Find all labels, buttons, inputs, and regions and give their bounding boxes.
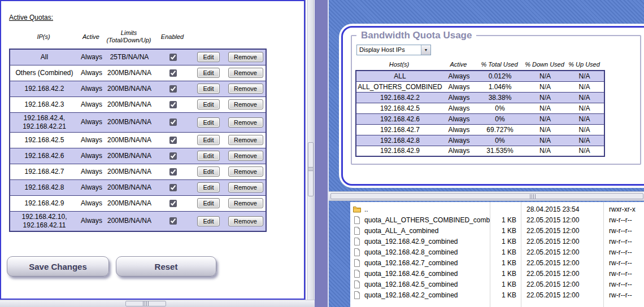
usage-down: N/A [525, 71, 565, 81]
file-size: 1 KB [490, 248, 521, 256]
remove-button[interactable]: Remove [228, 99, 263, 109]
enabled-checkbox[interactable] [169, 217, 177, 225]
file-permissions: rwxr-xr-x [603, 205, 644, 213]
edit-button[interactable]: Edit [197, 151, 220, 161]
file-row[interactable]: quota_192.168.42.6_combined 1 KB 22.05.2… [350, 268, 644, 279]
quota-ips: 192.168.42.8 [10, 179, 79, 195]
file-name: quota_192.168.42.7_combined [364, 259, 490, 267]
quota-row: Others (Combined) Always 200MB/NA/NA Edi… [10, 65, 266, 81]
quota-active: Always [79, 49, 105, 65]
quota-active: Always [79, 164, 105, 179]
remove-button[interactable]: Remove [228, 166, 263, 177]
usage-active: Always [443, 124, 475, 135]
enabled-checkbox[interactable] [169, 152, 177, 160]
usage-active: Always [443, 81, 475, 92]
edit-button[interactable]: Edit [197, 135, 220, 145]
edit-button[interactable]: Edit [197, 182, 220, 192]
quota-enabled-cell [154, 112, 192, 132]
usage-row: 192.168.42.5 Always 0% N/A N/A [356, 103, 604, 113]
enabled-checkbox[interactable] [169, 69, 177, 77]
quota-active: Always [79, 97, 105, 112]
enabled-checkbox[interactable] [169, 101, 177, 108]
enabled-checkbox[interactable] [169, 54, 177, 61]
enabled-checkbox[interactable] [169, 200, 177, 207]
edit-button[interactable]: Edit [197, 198, 220, 208]
usage-down: N/A [525, 113, 565, 124]
file-date: 22.05.2015 12:00 [521, 270, 603, 278]
usage-row: 192.168.42.9 Always 31.535% N/A N/A [356, 146, 604, 156]
quota-enabled-cell [154, 65, 192, 81]
active-quotas-column-headers: IP(s) Active Limits(Total/Down/Up) Enabl… [9, 27, 191, 46]
remove-button[interactable]: Remove [228, 151, 263, 161]
usage-row: ALL_OTHERS_COMBINED Always 1.046% N/A N/… [356, 81, 604, 92]
remove-button[interactable]: Remove [228, 68, 263, 78]
remove-button[interactable]: Remove [228, 216, 263, 226]
usage-row: 192.168.42.8 Always 0% N/A N/A [356, 135, 604, 146]
col-header-active: Active [78, 33, 104, 41]
remove-button[interactable]: Remove [228, 117, 263, 128]
enabled-checkbox[interactable] [169, 85, 177, 93]
file-name: quota_192.168.42.5_combined [364, 280, 490, 288]
usage-active: Always [443, 71, 475, 81]
quota-row: 192.168.42.6 Always 200MB/NA/NA Edit Rem… [10, 148, 266, 164]
grip-icon [308, 167, 313, 172]
display-host-ips-dropdown[interactable]: Display Host IPs ▼ [356, 45, 431, 55]
quota-enabled-cell [154, 97, 192, 112]
edit-button[interactable]: Edit [197, 52, 220, 62]
edit-button[interactable]: Edit [197, 99, 220, 109]
right-horizontal-scrollbar[interactable] [329, 191, 644, 201]
edit-button[interactable]: Edit [197, 117, 220, 128]
enabled-checkbox[interactable] [169, 184, 177, 191]
quota-edit-cell: Edit [192, 65, 225, 81]
enabled-checkbox[interactable] [169, 119, 177, 126]
reset-button[interactable]: Reset [116, 256, 216, 277]
usage-active: Always [443, 135, 475, 146]
edit-button[interactable]: Edit [197, 166, 220, 177]
scrollbar-handle[interactable] [125, 301, 166, 306]
file-icon [353, 226, 362, 235]
edit-button[interactable]: Edit [197, 84, 220, 94]
file-row[interactable]: quota_192.168.42.7_combined 1 KB 22.05.2… [350, 257, 644, 268]
file-row[interactable]: quota_192.168.42.2_combined 1 KB 22.05.2… [350, 290, 644, 300]
usage-total: 31.535% [475, 146, 525, 156]
enabled-checkbox[interactable] [169, 168, 177, 176]
file-row[interactable]: .. 28.04.2015 23:54 rwxr-xr-x [350, 204, 644, 214]
file-row[interactable]: quota_ALL_A_combined 1 KB 22.05.2015 12:… [350, 225, 644, 236]
scrollbar-handle[interactable] [330, 193, 643, 199]
scrollbar-handle[interactable] [308, 142, 314, 196]
quota-edit-cell: Edit [192, 97, 225, 112]
col-header-ips: IP(s) [9, 33, 78, 41]
usage-total: 0.012% [475, 71, 525, 81]
usage-host: 192.168.42.9 [356, 146, 443, 156]
usage-host: ALL [356, 71, 443, 81]
usage-total: 69.727% [475, 124, 525, 135]
remove-button[interactable]: Remove [228, 52, 263, 62]
remove-button[interactable]: Remove [228, 198, 263, 208]
usage-host: 192.168.42.7 [356, 124, 443, 135]
active-quotas-window: Active Quotas: IP(s) Active Limits(Total… [0, 0, 305, 300]
remove-button[interactable]: Remove [228, 84, 263, 94]
edit-button[interactable]: Edit [197, 216, 220, 226]
usage-row: 192.168.42.7 Always 69.727% N/A N/A [356, 124, 604, 135]
quota-limits: 200MB/NA/NA [105, 164, 154, 179]
quota-ips: 192.168.42.5 [10, 132, 79, 148]
edit-button[interactable]: Edit [197, 68, 220, 78]
enabled-checkbox[interactable] [169, 137, 177, 144]
quota-row: 192.168.42.8 Always 200MB/NA/NA Edit Rem… [10, 179, 266, 195]
remove-button[interactable]: Remove [228, 135, 263, 145]
file-row[interactable]: quota_192.168.42.5_combined 1 KB 22.05.2… [350, 279, 644, 290]
file-permissions: rw-r--r-- [603, 270, 644, 278]
file-row[interactable]: quota_ALL_OTHERS_COMBINED_combined 1 KB … [350, 214, 644, 225]
file-row[interactable]: quota_192.168.42.9_combined 1 KB 22.05.2… [350, 236, 644, 247]
file-row[interactable]: quota_192.168.42.8_combined 1 KB 22.05.2… [350, 247, 644, 257]
left-horizontal-scrollbar[interactable] [0, 300, 315, 307]
remove-button[interactable]: Remove [228, 182, 263, 192]
quota-row: All Always 25TB/NA/NA Edit Remove [10, 49, 266, 65]
quota-remove-cell: Remove [225, 211, 266, 231]
usage-host: 192.168.42.2 [356, 92, 443, 103]
file-list: .. 28.04.2015 23:54 rwxr-xr-x quota_ALL_… [350, 202, 644, 307]
save-changes-button[interactable]: Save Changes [7, 256, 109, 277]
left-vertical-scrollbar[interactable] [307, 0, 314, 301]
quota-active: Always [79, 81, 105, 97]
file-size: 1 KB [490, 238, 521, 245]
